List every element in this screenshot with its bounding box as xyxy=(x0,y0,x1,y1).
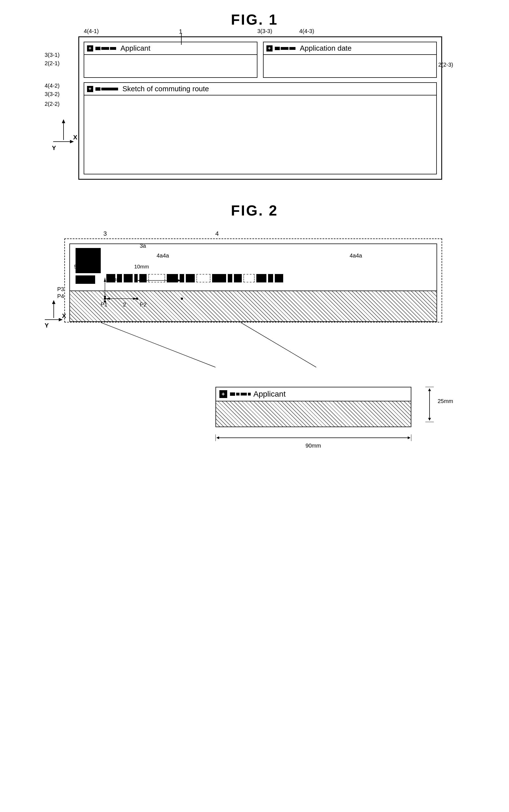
barcode-1 xyxy=(95,47,116,50)
page-container: FIG. 1 1 3(3-1) 2(2-1) 4(4-2) 3(3-2) 2(2… xyxy=(0,0,509,238)
ann-222: 2(2-2) xyxy=(45,101,60,107)
fig1-title: FIG. 1 xyxy=(17,11,492,28)
fig2-title: FIG. 2 xyxy=(17,202,492,219)
svg-marker-11 xyxy=(178,279,182,281)
ann-332: 3(3-2) xyxy=(45,91,60,97)
svg-point-14 xyxy=(136,298,138,300)
svg-marker-10 xyxy=(137,279,141,281)
cell2-label: Application date xyxy=(300,44,352,53)
fig1-cell-applicant: + Applicant xyxy=(84,42,258,78)
plus-icon-2: + xyxy=(266,45,273,52)
ann-442: 4(4-2) xyxy=(45,82,60,89)
plus-icon-3: + xyxy=(87,86,93,92)
fig1-bottom-body xyxy=(84,96,436,174)
svg-point-13 xyxy=(104,300,106,303)
ann-4: 4 xyxy=(215,230,219,237)
fig1-cell2-body xyxy=(264,55,436,77)
svg-line-1 xyxy=(101,323,215,367)
fig1-axis: Y X xyxy=(53,119,74,152)
svg-line-2 xyxy=(241,323,316,367)
inset-label: Applicant xyxy=(253,390,286,399)
dim-90mm: 90mm xyxy=(215,434,411,441)
ann-221: 2(2-1) xyxy=(45,60,60,67)
fig1-bottom-header: + Sketch of commuting route xyxy=(84,83,436,96)
fig1-cell2-header: + Application date xyxy=(264,42,436,55)
cell1-label: Applicant xyxy=(121,44,150,53)
plus-icon-inset: + xyxy=(219,390,227,398)
fig1-cell1-body xyxy=(84,55,257,77)
label-90mm: 90mm xyxy=(306,443,321,449)
fig2-inset-box: + Applicant xyxy=(215,387,411,427)
ann-p4: P4 xyxy=(57,293,64,300)
fig1-y-label: Y xyxy=(52,144,74,152)
fig1-bottom-box: + Sketch of commuting route xyxy=(84,82,437,174)
ann-333: 3(3-3) xyxy=(258,28,272,34)
barcode-2 xyxy=(275,47,296,50)
fig1-cell1-header: + Applicant xyxy=(84,42,257,55)
ann-443: 4(4-3) xyxy=(299,28,314,34)
plus-icon-1: + xyxy=(87,45,93,52)
fig1-top-row: + Applicant xyxy=(84,42,437,78)
fig1-section: FIG. 1 1 3(3-1) 2(2-1) 4(4-2) 3(3-2) 2(2… xyxy=(17,11,492,180)
svg-point-12 xyxy=(104,298,106,300)
bottom-label: Sketch of commuting route xyxy=(123,84,209,93)
ann-3: 3 xyxy=(104,230,107,237)
ann-p3: P3 xyxy=(57,286,64,293)
barcode-inset xyxy=(230,393,251,396)
fig2-inset-body xyxy=(216,401,411,427)
fig2-inset-header: + Applicant xyxy=(216,387,411,401)
fig2-connectors xyxy=(64,238,442,378)
ann-441: 4(4-1) xyxy=(84,28,99,34)
fig2-axis: Y X xyxy=(45,300,63,329)
fig2-inset-container: + Applicant xyxy=(215,387,411,427)
svg-marker-4 xyxy=(104,278,106,282)
label-25mm: 25mm xyxy=(438,398,453,404)
ann-331: 3(3-1) xyxy=(45,52,60,58)
svg-point-15 xyxy=(181,298,183,300)
svg-marker-7 xyxy=(106,298,110,300)
fig2-section: FIG. 2 3 3a 4 4a4a 4a4a 5mm 5mm 10mm P3 … xyxy=(17,202,492,219)
dim-25mm: 25mm xyxy=(425,387,434,422)
fig1-x-label: X xyxy=(73,134,77,141)
barcode-3 xyxy=(95,87,118,91)
fig2-y-label: Y xyxy=(45,322,63,329)
fig1-cell-appdate: + Application date xyxy=(263,42,437,78)
